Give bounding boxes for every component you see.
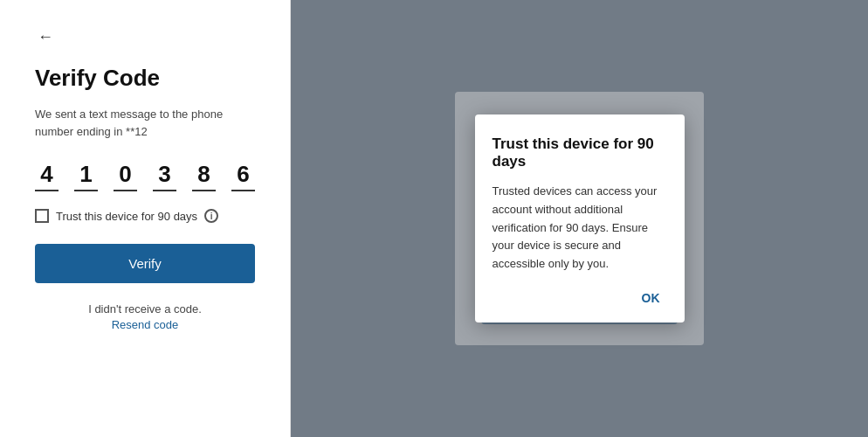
modal-title: Trust this device for 90 days	[493, 135, 667, 170]
modal-overlay: Trust this device for 90 days Trusted de…	[291, 0, 868, 437]
left-trust-row: Trust this device for 90 days i	[35, 209, 255, 223]
digit-6: 6	[231, 161, 255, 191]
digit-2: 1	[74, 161, 98, 191]
left-resend-text: I didn't receive a code.	[88, 302, 202, 316]
left-trust-label: Trust this device for 90 days	[56, 210, 197, 223]
left-resend-section: I didn't receive a code. Resend code	[35, 301, 255, 331]
left-page-title: Verify Code	[35, 65, 255, 92]
left-resend-link[interactable]: Resend code	[35, 318, 255, 331]
digit-5: 8	[192, 161, 216, 191]
modal-ok-button[interactable]: OK	[635, 288, 667, 309]
digit-4: 3	[153, 161, 176, 191]
left-info-icon[interactable]: i	[204, 209, 218, 223]
left-verify-button[interactable]: Verify	[35, 244, 255, 283]
right-panel: ← Verify Code We sent a text message to …	[291, 0, 868, 437]
left-back-button[interactable]: ←	[35, 26, 56, 47]
modal-ok-row: OK	[493, 288, 667, 309]
left-panel: ← Verify Code We sent a text message to …	[0, 0, 291, 437]
left-subtitle: We sent a text message to the phone numb…	[35, 106, 255, 140]
left-trust-checkbox[interactable]	[35, 209, 49, 223]
digit-1: 4	[35, 161, 59, 191]
modal-body: Trusted devices can access your account …	[493, 183, 667, 274]
digit-3: 0	[114, 161, 137, 191]
left-code-row: 4 1 0 3 8 6	[35, 161, 255, 191]
trust-info-modal: Trust this device for 90 days Trusted de…	[475, 114, 685, 323]
